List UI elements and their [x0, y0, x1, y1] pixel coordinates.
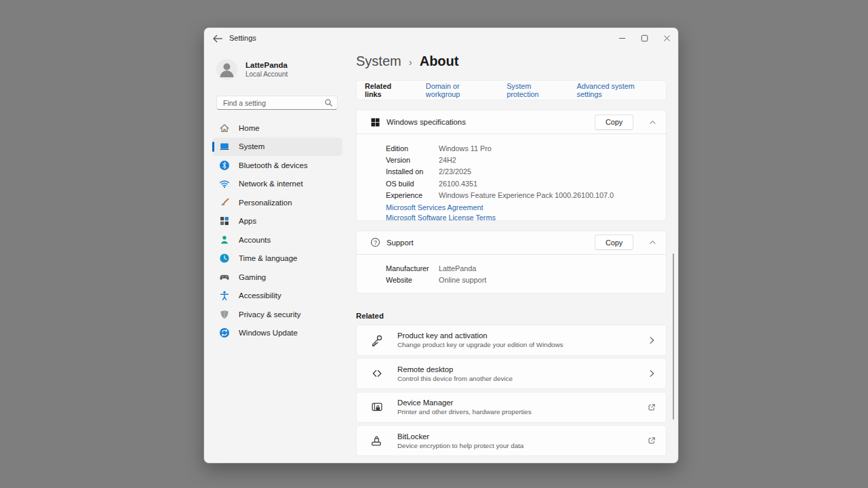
related-link[interactable]: Advanced system settings: [576, 82, 658, 98]
sidebar-item-label: Windows Update: [239, 329, 298, 337]
related-card[interactable]: Product key and activation Change produc…: [356, 325, 667, 356]
apps-icon: [219, 216, 230, 226]
sidebar-item[interactable]: Windows Update: [212, 324, 342, 343]
accessibility-icon: [219, 290, 230, 301]
search-icon[interactable]: [324, 98, 333, 107]
network-icon: [219, 178, 230, 189]
spec-value: 24H2: [439, 156, 456, 164]
page-title: About: [420, 54, 459, 69]
related-card-subtitle: Control this device from another device: [397, 375, 647, 382]
home-icon: [219, 123, 230, 134]
related-card[interactable]: Remote desktop Control this device from …: [356, 358, 667, 389]
sidebar-item-label: Accessibility: [239, 291, 281, 300]
sidebar-item-label: Time & language: [239, 254, 298, 262]
spec-row: Installed on 2/23/2025: [386, 166, 666, 178]
sidebar-item-label: Gaming: [239, 273, 266, 281]
card-title: Windows specifications: [387, 118, 595, 126]
collapse-button[interactable]: [648, 238, 657, 247]
related-card-title: BitLocker: [397, 432, 647, 441]
related-card-title: Product key and activation: [397, 331, 647, 340]
back-button[interactable]: [211, 32, 224, 45]
system-icon: [219, 141, 230, 152]
chevron-right-icon: [647, 336, 656, 345]
maximize-button[interactable]: [633, 28, 656, 48]
accounts-icon: [219, 235, 230, 245]
desktop: { "window": { "title": "Settings", "cont…: [0, 0, 868, 488]
card-title: Support: [387, 239, 595, 247]
spec-value: Windows Feature Experience Pack 1000.261…: [439, 191, 614, 199]
sidebar-item[interactable]: Gaming: [212, 268, 342, 287]
minimize-button[interactable]: [611, 28, 633, 48]
sidebar-item-label: Accounts: [239, 236, 271, 244]
user-account[interactable]: LattePanda Local Account: [216, 59, 288, 80]
product-key-icon: [370, 333, 384, 348]
sidebar-item[interactable]: Personalization: [212, 193, 342, 212]
external-link-icon: [647, 436, 656, 445]
sidebar-item[interactable]: System: [212, 138, 342, 157]
sidebar-item[interactable]: Home: [212, 119, 342, 138]
spec-value: Windows 11 Pro: [439, 144, 492, 152]
sidebar-item[interactable]: Network & internet: [212, 175, 342, 194]
device-manager-icon: [370, 400, 384, 415]
window-title: Settings: [229, 34, 256, 42]
related-card[interactable]: BitLocker Device encryption to help prot…: [356, 425, 667, 456]
spec-label: Installed on: [386, 167, 439, 176]
bluetooth-icon: [219, 160, 230, 171]
related-card-subtitle: Printer and other drivers, hardware prop…: [397, 408, 647, 415]
scrollbar-thumb[interactable]: [673, 253, 674, 420]
sidebar-item-label: Network & internet: [239, 180, 303, 188]
related-card[interactable]: Device Manager Printer and other drivers…: [356, 392, 667, 423]
chevron-right-icon: [647, 369, 656, 378]
personalization-icon: [219, 197, 230, 208]
windows-specifications-header[interactable]: Windows specifications Copy: [357, 110, 666, 134]
license-link[interactable]: Microsoft Software License Terms: [386, 213, 666, 223]
chevron-up-icon: [648, 118, 657, 127]
spec-label: Experience: [386, 191, 439, 199]
copy-button[interactable]: Copy: [595, 235, 633, 250]
support-label: Manufacturer: [386, 264, 439, 272]
spec-row: Version 24H2: [386, 154, 666, 165]
search-input[interactable]: [216, 96, 338, 110]
sidebar-item-label: Bluetooth & devices: [239, 161, 308, 169]
sidebar-item[interactable]: Time & language: [212, 249, 342, 268]
breadcrumb-separator: ›: [409, 55, 412, 68]
sidebar-item[interactable]: Privacy & security: [212, 305, 342, 324]
window-controls: [611, 28, 678, 48]
copy-button[interactable]: Copy: [595, 115, 633, 130]
spec-label: Edition: [386, 144, 439, 152]
related-link[interactable]: Domain or workgroup: [426, 82, 492, 98]
spec-row: Experience Windows Feature Experience Pa…: [386, 189, 666, 201]
collapse-button[interactable]: [648, 118, 657, 127]
support-card: ? Support Copy Manufacturer LattePanda W…: [356, 230, 667, 294]
avatar: [216, 59, 237, 80]
breadcrumb-parent[interactable]: System: [356, 54, 401, 69]
minimize-icon: [617, 33, 627, 43]
selection-indicator: [212, 142, 214, 152]
breadcrumb: System › About: [356, 54, 458, 69]
related-link[interactable]: System protection: [507, 82, 562, 98]
related-heading: Related: [356, 312, 384, 320]
back-arrow-icon: [211, 32, 224, 45]
support-header[interactable]: ? Support Copy: [357, 231, 666, 254]
support-label: Website: [386, 276, 439, 284]
search-box: [216, 96, 338, 110]
sidebar-item[interactable]: Apps: [212, 212, 342, 231]
person-icon: [216, 59, 237, 80]
user-account-type: Local Account: [245, 70, 288, 78]
spec-row: Edition Windows 11 Pro: [386, 142, 666, 154]
privacy-icon: [219, 309, 230, 320]
sidebar-item[interactable]: Bluetooth & devices: [212, 156, 342, 175]
related-card-title: Device Manager: [397, 399, 647, 407]
close-button[interactable]: [656, 28, 678, 48]
support-value: Online support: [439, 276, 486, 284]
external-link-icon: [647, 403, 656, 412]
sidebar-item-label: System: [239, 142, 264, 150]
sidebar-item[interactable]: Accounts: [212, 230, 342, 249]
license-link[interactable]: Microsoft Services Agreement: [386, 203, 666, 213]
support-row: Manufacturer LattePanda: [386, 263, 666, 274]
related-card-subtitle: Device encryption to help protect your d…: [397, 442, 647, 449]
sidebar-item-label: Apps: [239, 217, 256, 225]
windows-logo-icon: [370, 117, 380, 127]
sidebar-item[interactable]: Accessibility: [212, 287, 342, 306]
gaming-icon: [219, 272, 230, 283]
